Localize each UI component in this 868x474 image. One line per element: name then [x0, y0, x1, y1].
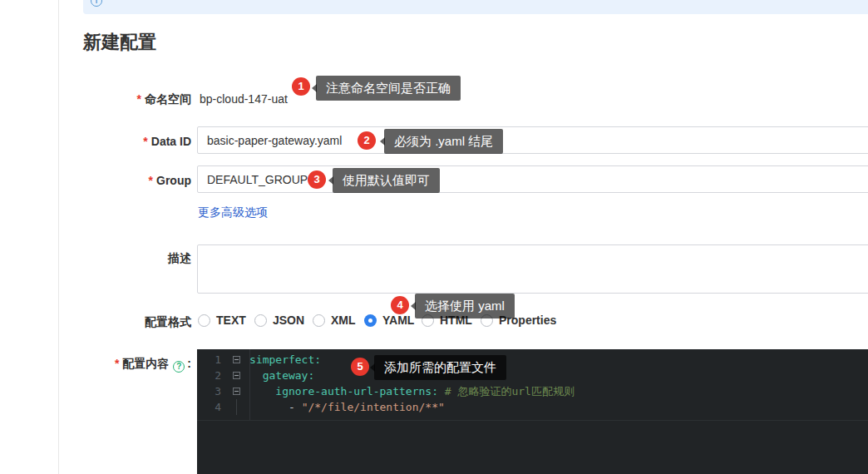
annotation-badge-1: 1	[292, 77, 310, 96]
new-config-page: i 新建配置 *命名空间 bp-cloud-147-uat *Data ID *…	[0, 0, 868, 474]
yaml-key: simperfect:	[249, 353, 321, 366]
content-left-divider	[58, 0, 59, 474]
format-radio-json-label: JSON	[273, 314, 304, 327]
format-radio-yaml-label: YAML	[382, 314, 414, 327]
yaml-string: "/*/file/intention/**"	[302, 401, 445, 413]
format-label: 配置格式	[58, 314, 191, 330]
line-number: 2	[197, 368, 224, 383]
fold-collapse-icon[interactable]	[233, 356, 240, 363]
line-number: 1	[197, 352, 224, 368]
radio-circle-icon	[254, 314, 267, 327]
gutter-separator	[249, 349, 250, 420]
namespace-label: *命名空间	[58, 91, 191, 107]
data-id-label: *Data ID	[58, 133, 191, 150]
editor-rule	[197, 420, 868, 421]
editor-line: 4 - "/*/file/intention/**"	[197, 399, 868, 415]
fold-collapse-icon[interactable]	[233, 372, 240, 379]
annotation-tooltip-5: 添加所需的配置文件	[374, 355, 506, 380]
required-asterisk: *	[137, 92, 141, 106]
editor-line: 1 simperfect:	[197, 352, 868, 368]
annotation-badge-4: 4	[391, 296, 409, 314]
help-icon[interactable]: ?	[173, 361, 185, 373]
config-content-editor[interactable]: 1 simperfect: 2 gateway: 3 ignore-auth-u…	[197, 349, 868, 474]
description-textarea[interactable]	[197, 244, 868, 294]
required-asterisk: *	[115, 357, 119, 370]
editor-line: 2 gateway:	[197, 368, 868, 383]
yaml-comment: # 忽略验证的url匹配规则	[438, 385, 575, 397]
radio-selected-icon	[364, 314, 377, 327]
annotation-badge-5: 5	[351, 358, 369, 376]
line-number: 3	[197, 383, 224, 399]
yaml-key: ignore-auth-url-patterns:	[249, 385, 438, 397]
indent-guide	[236, 399, 237, 415]
annotation-tooltip-3: 使用默认值即可	[333, 168, 440, 193]
annotation-badge-3: 3	[308, 170, 326, 189]
yaml-key: gateway:	[249, 369, 314, 382]
editor-line: 3 ignore-auth-url-patterns: # 忽略验证的url匹配…	[197, 383, 868, 399]
notice-bar	[83, 0, 868, 14]
annotation-tooltip-4: 选择使用 yaml	[415, 294, 515, 318]
format-radio-yaml[interactable]: YAML	[364, 314, 414, 327]
annotation-tooltip-1: 注意命名空间是否正确	[316, 76, 461, 101]
format-radio-xml[interactable]: XML	[313, 314, 356, 327]
radio-circle-icon	[198, 314, 210, 327]
format-radio-xml-label: XML	[331, 314, 356, 327]
group-input[interactable]	[197, 165, 868, 193]
required-asterisk: *	[143, 135, 147, 148]
annotation-tooltip-2: 必须为 .yaml 结尾	[384, 129, 503, 154]
config-content-label: *配置内容?:	[58, 355, 191, 373]
more-advanced-options-link[interactable]: 更多高级选项	[198, 205, 268, 220]
group-label: *Group	[58, 172, 191, 189]
data-id-input[interactable]	[197, 126, 868, 154]
format-radio-json[interactable]: JSON	[254, 314, 304, 327]
fold-collapse-icon[interactable]	[233, 388, 240, 395]
page-title: 新建配置	[83, 30, 156, 55]
format-radio-text-label: TEXT	[216, 314, 246, 327]
required-asterisk: *	[149, 174, 153, 187]
line-number: 4	[197, 399, 224, 415]
description-label: 描述	[58, 249, 191, 266]
format-radio-text[interactable]: TEXT	[198, 314, 246, 327]
radio-circle-icon	[313, 314, 325, 327]
namespace-value: bp-cloud-147-uat	[200, 91, 288, 107]
yaml-dash: -	[249, 401, 302, 413]
annotation-badge-2: 2	[358, 131, 376, 150]
